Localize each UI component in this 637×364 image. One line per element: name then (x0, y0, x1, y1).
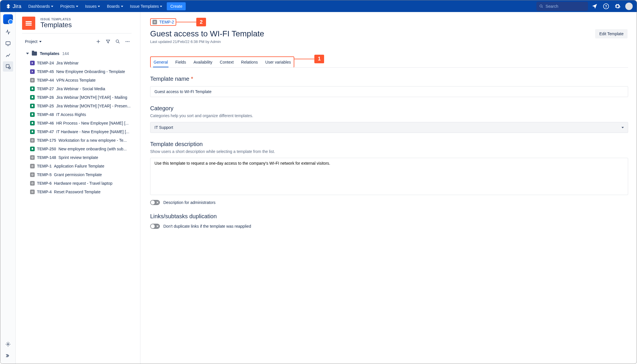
template-item[interactable]: TEMP-175Workstation for a new employee -… (22, 136, 137, 145)
rail-activity-icon[interactable] (3, 27, 13, 37)
template-item[interactable]: TEMP-44VPN Access Template (22, 76, 137, 84)
toggle-admin-description[interactable]: ✕ (150, 200, 160, 205)
search-input[interactable] (546, 4, 585, 9)
template-item-title: HR Process - New Employee [NAME] [... (56, 121, 129, 125)
svg-point-9 (129, 41, 130, 42)
search-icon[interactable] (114, 38, 122, 46)
add-icon[interactable] (94, 38, 102, 46)
brand-text: Jira (13, 3, 21, 9)
svg-point-11 (32, 140, 33, 141)
tab-availability[interactable]: Availability (193, 57, 213, 67)
tab-relations[interactable]: Relations (240, 57, 258, 67)
template-key-crumb[interactable]: TEMP-2 (150, 18, 176, 26)
template-item-key: TEMP-1 (37, 164, 52, 168)
scope-selector[interactable]: Project (24, 39, 93, 44)
field-label: Template name (150, 76, 189, 82)
chevron-down-icon (76, 6, 78, 7)
nav-issue-templates[interactable]: Issue Templates (127, 2, 165, 10)
chevron-down-icon (39, 41, 42, 42)
tab-bar: GeneralFieldsAvailabilityContextRelation… (150, 56, 294, 68)
template-item[interactable]: TEMP-24Jira Webinar (22, 59, 137, 67)
brand[interactable]: Jira (3, 3, 24, 9)
template-item[interactable]: TEMP-4Reset Password Template (22, 188, 137, 196)
scope-label: Project (25, 39, 38, 44)
project-icon (22, 17, 35, 30)
chevron-down-icon (51, 6, 53, 7)
nav-boards[interactable]: Boards (104, 2, 126, 10)
filter-icon[interactable] (104, 38, 112, 46)
svg-point-5 (7, 344, 9, 345)
field-label: Links/subtasks duplication (150, 213, 628, 220)
field-hint: Show users a short description while sel… (150, 149, 628, 154)
description-textarea[interactable] (150, 158, 628, 195)
template-item-title: Application Failure Template (54, 164, 104, 168)
template-item[interactable]: TEMP-25Jira Webinar [MONTH] [YEAR] - Pre… (22, 102, 137, 110)
field-label: Category (150, 105, 628, 112)
template-item-title: IT Access Rights (56, 112, 86, 117)
rail-templates-icon[interactable] (3, 61, 13, 72)
required-marker: * (191, 76, 193, 82)
template-item-title: VPN Access Template (56, 78, 95, 82)
svg-point-7 (126, 41, 126, 42)
tab-general[interactable]: General (153, 57, 168, 67)
template-item[interactable]: TEMP-1Application Failure Template (22, 162, 137, 170)
template-item[interactable]: TEMP-6Hardware request - Travel laptop (22, 179, 137, 188)
issuetype-icon (30, 78, 35, 82)
svg-point-6 (116, 40, 119, 42)
template-item-key: TEMP-25 (37, 104, 54, 108)
tree-root[interactable]: Templates 144 (22, 50, 137, 59)
template-item-title: Hardware request - Travel laptop (54, 181, 112, 186)
issuetype-icon (30, 129, 35, 134)
issuetype-icon (30, 121, 35, 125)
toggle-label: Don't duplicate links if the template wa… (163, 224, 251, 229)
svg-rect-2 (6, 42, 10, 45)
template-item-title: Jira Webinar [MONTH] [YEAR] - Mailing (56, 95, 127, 100)
rail-settings-icon[interactable] (3, 339, 13, 349)
chevron-down-icon (622, 127, 624, 128)
template-item[interactable]: TEMP-48IT Access Rights (22, 110, 137, 119)
profile-avatar[interactable] (624, 1, 634, 11)
settings-icon[interactable] (613, 1, 622, 11)
edit-template-button[interactable]: Edit Template (595, 29, 628, 38)
svg-point-15 (32, 183, 33, 184)
more-icon[interactable] (124, 38, 132, 46)
template-item[interactable]: TEMP-46HR Process - New Employee [NAME] … (22, 119, 137, 127)
issuetype-icon (30, 147, 35, 151)
notifications-icon[interactable] (590, 1, 599, 11)
rail-expand-icon[interactable] (3, 351, 13, 361)
template-item-key: TEMP-47 (37, 129, 54, 134)
rail-app-icon[interactable] (3, 14, 13, 24)
category-select[interactable]: IT Support (150, 122, 628, 133)
template-item[interactable]: TEMP-250New employee onboarding (with su… (22, 145, 137, 153)
rail-reports-icon[interactable] (3, 50, 13, 60)
rail-monitor-icon[interactable] (3, 38, 13, 49)
template-item-title: Sprint review template (58, 155, 98, 160)
tab-context[interactable]: Context (219, 57, 234, 67)
chevron-down-icon (121, 6, 123, 7)
template-item[interactable]: TEMP-47IT Hardware - New Employee [NAME]… (22, 127, 137, 136)
nav-projects[interactable]: Projects (57, 2, 81, 10)
tab-user-variables[interactable]: User variables (265, 57, 291, 67)
template-item[interactable]: TEMP-26Jira Webinar [MONTH] [YEAR] - Mai… (22, 93, 137, 102)
search-box[interactable] (536, 2, 588, 11)
chevron-down-icon (98, 6, 100, 7)
help-icon[interactable]: ? (601, 1, 611, 11)
issuetype-icon (30, 181, 35, 186)
tab-fields[interactable]: Fields (175, 57, 187, 67)
template-item[interactable]: TEMP-27Jira Webinar - Social Media (22, 84, 137, 93)
issuetype-icon (30, 112, 35, 117)
template-item[interactable]: TEMP-5Grant permission Template (22, 170, 137, 179)
template-item-key: TEMP-175 (37, 138, 56, 143)
create-button[interactable]: Create (167, 2, 186, 10)
template-name-input[interactable] (150, 86, 628, 97)
nav-issues[interactable]: Issues (82, 2, 103, 10)
template-item[interactable]: TEMP-45New Employee Onboarding - Templat… (22, 67, 137, 76)
annotation-badge-1: 1 (314, 55, 324, 63)
template-item-key: TEMP-44 (37, 78, 54, 82)
nav-dashboards[interactable]: Dashboards (26, 2, 56, 10)
template-item[interactable]: TEMP-148Sprint review template (22, 153, 137, 162)
toggle-no-duplicate[interactable]: ✕ (150, 224, 160, 229)
issuetype-icon (30, 164, 35, 168)
svg-point-17 (154, 21, 156, 23)
annotation-line (294, 59, 314, 59)
